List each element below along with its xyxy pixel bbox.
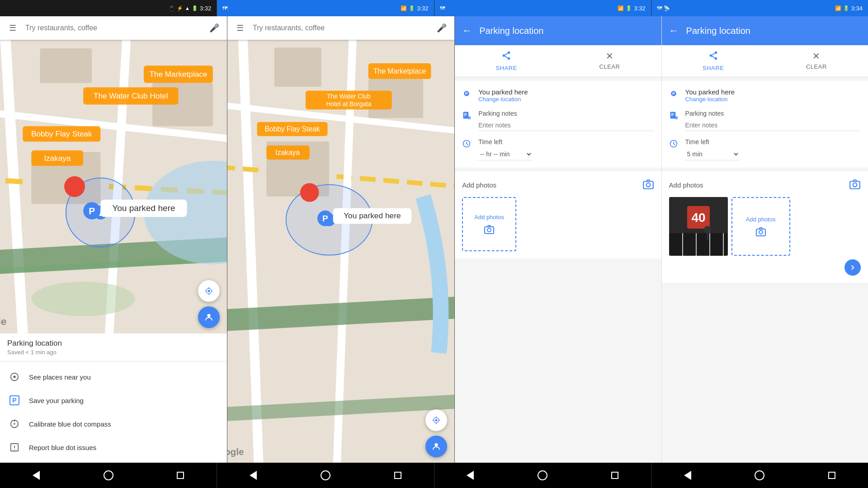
recents-nav-button-p3[interactable]: [606, 466, 624, 484]
sidebar-menu: See places near you P Save your parking …: [0, 361, 227, 463]
svg-point-80: [487, 228, 491, 232]
recents-square-icon-p4: [828, 472, 835, 479]
status-time-p1: 3:32: [200, 5, 211, 12]
back-button-right[interactable]: ←: [669, 26, 679, 36]
mic-button-p1[interactable]: 🎤: [207, 21, 222, 35]
person-button-p1[interactable]: [198, 306, 220, 328]
notes-icon-left: +: [462, 111, 471, 122]
share-button-right[interactable]: SHARE: [662, 45, 765, 77]
notes-input-left[interactable]: [478, 120, 654, 131]
back-nav-button-p2[interactable]: [244, 466, 262, 484]
home-nav-button-p1[interactable]: [99, 466, 118, 484]
status-bar-row: 📱 ⚡ ▲ 🔋 3:32 🗺 📶 🔋 3:32 🗺 📶 🔋 3:32 🗺: [0, 0, 868, 16]
info-section-left: P You parked here Change location: [455, 81, 661, 168]
change-location-link-right[interactable]: Change location: [685, 96, 861, 103]
photos-title-left: Add photos: [462, 181, 496, 189]
add-photo-text-right: Add photos: [746, 216, 776, 223]
svg-point-81: [714, 52, 717, 54]
main-content: ☰ 🎤: [0, 16, 868, 463]
status-time-p4: 3:34: [851, 5, 863, 12]
cast-icon-p4: 📡: [664, 5, 670, 11]
camera-button-left[interactable]: [642, 178, 654, 192]
back-nav-button-p3[interactable]: [461, 466, 479, 484]
camera-button-right[interactable]: [849, 178, 861, 192]
recents-nav-button-p2[interactable]: [389, 466, 407, 484]
my-location-button-p2[interactable]: [425, 409, 447, 431]
map-area-p2[interactable]: P You parked here The Marketplace The Wa…: [227, 40, 454, 463]
back-button-left[interactable]: ←: [462, 26, 472, 36]
status-icons-panel1: 📱 ⚡ ▲ 🔋 3:32: [169, 5, 211, 12]
time-select-left[interactable]: -- hr -- min 5 min 15 min 30 min 1 hr 2 …: [478, 148, 533, 160]
recents-nav-button-p1[interactable]: [171, 466, 189, 484]
you-parked-text-left: You parked here: [478, 88, 654, 96]
add-photo-placeholder-left[interactable]: Add photos: [462, 197, 516, 251]
search-input-p1[interactable]: [25, 24, 202, 32]
status-icons-panel3: 🗺: [440, 5, 445, 11]
home-nav-button-p2[interactable]: [316, 466, 335, 484]
photo-grid-right: 40 Add photos: [669, 197, 861, 256]
parked-here-row-left: P You parked here Change location: [462, 88, 654, 103]
compass-icon: [9, 418, 20, 429]
parked-content-left: You parked here Change location: [478, 88, 654, 103]
search-input-p2[interactable]: [253, 24, 429, 32]
svg-rect-91: [671, 116, 673, 116]
info-section-right: P You parked here Change location: [662, 81, 868, 168]
svg-text:The Water Club Hotel: The Water Club Hotel: [94, 91, 168, 100]
svg-rect-88: [670, 112, 675, 119]
svg-text:+: +: [468, 116, 471, 120]
signal-p4: 📶: [835, 5, 841, 11]
svg-line-85: [712, 56, 715, 58]
report-icon: [9, 442, 20, 453]
mic-button-p2[interactable]: 🎤: [434, 21, 449, 35]
svg-point-62: [503, 54, 505, 57]
add-photo-text-left: Add photos: [474, 214, 504, 221]
time-select-right[interactable]: -- hr -- min 5 min 15 min 30 min 1 hr 2 …: [685, 148, 740, 160]
hamburger-menu-button-p2[interactable]: ☰: [233, 21, 247, 35]
person-button-p2[interactable]: [425, 436, 447, 457]
battery-p3: 🔋: [626, 5, 632, 11]
share-icon-left: [501, 51, 511, 63]
photo-thumbnail[interactable]: 40: [669, 197, 728, 256]
parked-here-row-right: P You parked here Change location: [669, 88, 861, 103]
recents-square-icon-p1: [177, 472, 184, 479]
photos-title-right: Add photos: [669, 181, 703, 189]
time-label-right: Time left: [685, 138, 861, 145]
parking-title-right: Parking location: [686, 26, 861, 36]
clock-svg-right: [669, 139, 678, 148]
change-location-link-left[interactable]: Change location: [478, 96, 654, 103]
camera-placeholder-icon-left: [484, 224, 495, 235]
status-time-p2: 3:32: [417, 5, 428, 12]
add-photo-placeholder-right[interactable]: Add photos: [731, 197, 790, 256]
sidebar-item-compass[interactable]: Calibrate blue dot compass: [0, 412, 227, 436]
status-icons-panel2: 🗺: [222, 5, 227, 11]
compass-svg: [9, 419, 19, 429]
back-triangle-icon-p2: [250, 471, 257, 480]
notes-input-right[interactable]: [685, 120, 861, 131]
back-nav-button-p4[interactable]: [679, 466, 697, 484]
sidebar-label-compass: Calibrate blue dot compass: [29, 420, 111, 428]
sidebar-item-places[interactable]: See places near you: [0, 365, 227, 389]
svg-point-24: [208, 290, 210, 292]
view-more-button[interactable]: [844, 259, 861, 276]
svg-line-76: [467, 144, 468, 145]
share-button-left[interactable]: SHARE: [455, 45, 558, 77]
svg-text:P: P: [672, 91, 675, 96]
hamburger-menu-button[interactable]: ☰: [5, 21, 20, 35]
recents-nav-button-p4[interactable]: [823, 466, 841, 484]
clear-button-left[interactable]: ✕ CLEAR: [558, 45, 661, 77]
search-bar-p2: ☰ 🎤: [227, 16, 454, 40]
parking-icon: P: [9, 395, 20, 406]
clear-button-right[interactable]: ✕ CLEAR: [765, 45, 868, 77]
camera-icon-left: [642, 178, 654, 190]
map-area-p1[interactable]: P You parked here The Marketplace The Wa…: [0, 40, 227, 333]
sidebar-item-report[interactable]: Report blue dot issues: [0, 436, 227, 459]
bottom-nav-p3: [434, 463, 651, 488]
notes-content-left: Parking notes: [478, 110, 654, 131]
pin-svg-right: P: [669, 89, 678, 98]
home-nav-button-p3[interactable]: [533, 466, 552, 484]
sidebar-item-parking[interactable]: P Save your parking: [0, 389, 227, 412]
my-location-button[interactable]: [198, 280, 220, 302]
back-nav-button-p1[interactable]: [27, 466, 45, 484]
home-nav-button-p4[interactable]: [750, 466, 769, 484]
time-icon-right: [669, 139, 678, 150]
